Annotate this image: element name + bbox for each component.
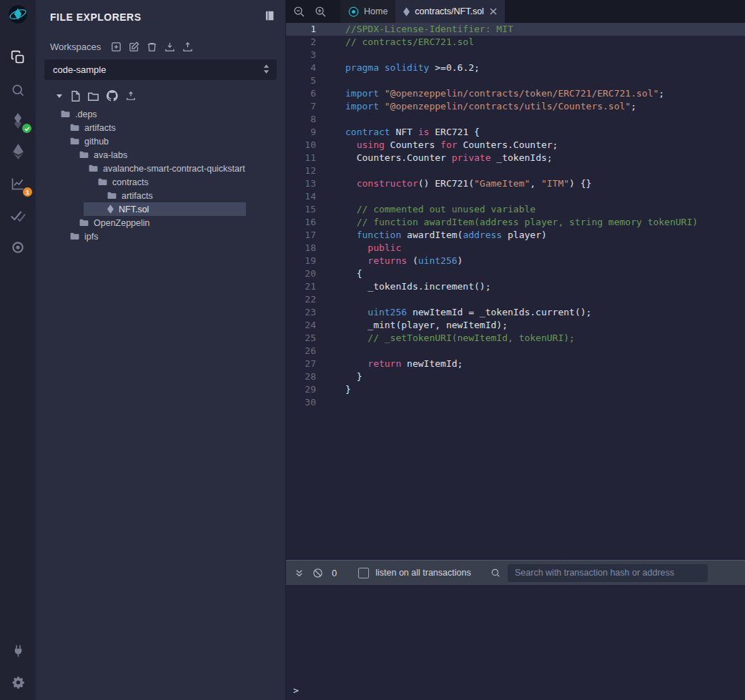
remix-ide: 1 FILE EXPL — [0, 0, 745, 700]
download-workspaces-icon[interactable] — [164, 41, 175, 52]
solidity-file-icon — [107, 204, 114, 214]
code-line: 30 — [286, 396, 745, 409]
folder-icon — [89, 164, 98, 172]
tree-item-label: github — [84, 137, 109, 147]
tree-item-artifacts[interactable]: artifacts — [36, 189, 285, 202]
restore-workspace-icon[interactable] — [182, 41, 193, 52]
tree-item-github[interactable]: github — [36, 134, 285, 148]
tab-label: contracts/NFT.sol — [415, 6, 484, 16]
terminal-search-icon[interactable] — [490, 568, 500, 578]
settings-gear-icon[interactable] — [8, 672, 28, 692]
code-line: 7import "@openzeppelin/contracts/utils/C… — [286, 100, 745, 113]
code-line: 10 using Counters for Counters.Counter; — [286, 139, 745, 152]
code-line: 24 _mint(player, newItemId); — [286, 319, 745, 332]
terminal-prompt[interactable]: > — [293, 685, 299, 696]
line-number: 16 — [286, 216, 326, 229]
tree-item-contracts[interactable]: contracts — [36, 175, 285, 189]
code-line: 25 // _setTokenURI(newItemId, tokenURI); — [286, 332, 745, 345]
upload-file-icon[interactable] — [126, 91, 136, 101]
code-line: 13 constructor() ERC721("GameItem", "ITM… — [286, 177, 745, 190]
new-folder-icon[interactable] — [88, 92, 99, 101]
tab-home-label: Home — [364, 6, 388, 16]
workspaces-label: Workspaces — [50, 41, 101, 52]
code-line: 5 — [286, 74, 745, 87]
zoom-out-icon[interactable] — [293, 6, 305, 18]
folder-icon — [98, 178, 107, 186]
tree-toolbar — [36, 80, 285, 102]
tree-item-.deps[interactable]: .deps — [36, 107, 285, 121]
icon-panel: 1 — [0, 0, 36, 700]
solidity-compiler-icon[interactable] — [8, 111, 28, 131]
line-number: 28 — [286, 370, 326, 383]
code-line: 6import "@openzeppelin/contracts/token/E… — [286, 87, 745, 100]
tree-item-label: avalanche-smart-contract-quickstart — [103, 164, 245, 174]
folder-icon — [79, 219, 89, 227]
line-number: 7 — [286, 100, 326, 113]
line-number: 20 — [286, 267, 326, 280]
rename-workspace-icon[interactable] — [129, 41, 139, 52]
code-line: 17 function awardItem(address player) — [286, 229, 745, 242]
code-line: 11 Counters.Counter private _tokenIds; — [286, 152, 745, 164]
tree-item-label: OpenZeppelin — [94, 218, 150, 228]
clear-console-icon[interactable] — [312, 568, 323, 578]
collapse-caret-icon[interactable] — [56, 92, 63, 99]
tree-item-avalanche-smart-contract-quickstart[interactable]: avalanche-smart-contract-quickstart — [36, 162, 285, 175]
delete-workspace-icon[interactable] — [147, 41, 157, 52]
line-number: 24 — [286, 319, 326, 332]
deploy-run-icon[interactable] — [8, 142, 28, 162]
line-number: 22 — [286, 293, 326, 306]
code-line: 14 — [286, 190, 745, 203]
code-editor[interactable]: 1//SPDX-License-Identifier: MIT2// contr… — [286, 23, 745, 560]
line-number: 9 — [286, 126, 326, 139]
github-icon[interactable] — [107, 90, 118, 102]
workspace-select[interactable]: code-sample — [44, 59, 277, 80]
line-number: 29 — [286, 383, 326, 396]
tree-item-ava-labs[interactable]: ava-labs — [36, 148, 285, 162]
code-line: 15 // commented out unused variable — [286, 203, 745, 216]
close-tab-icon[interactable] — [490, 8, 497, 15]
create-workspace-icon[interactable] — [111, 41, 122, 52]
zoom-in-icon[interactable] — [315, 6, 327, 18]
line-number: 18 — [286, 242, 326, 255]
new-file-icon[interactable] — [71, 91, 80, 102]
code-line: 8 — [286, 113, 745, 126]
zoom-controls — [286, 0, 340, 23]
tree-item-artifacts[interactable]: artifacts — [36, 121, 285, 134]
tab-nft-sol[interactable]: contracts/NFT.sol — [395, 0, 505, 23]
line-number: 8 — [286, 113, 326, 126]
learneth-icon[interactable] — [8, 237, 28, 257]
file-tree: .depsartifactsgithubava-labsavalanche-sm… — [36, 107, 285, 243]
folder-icon — [70, 232, 79, 240]
terminal[interactable]: > — [286, 585, 745, 700]
analysis-count-badge: 1 — [23, 187, 32, 197]
listen-transactions-checkbox[interactable] — [358, 568, 369, 578]
unit-testing-icon[interactable] — [8, 205, 28, 225]
expand-terminal-icon[interactable] — [295, 568, 304, 578]
code-line: 16 // function awardItem(address player,… — [286, 216, 745, 229]
folder-icon — [79, 151, 89, 159]
line-number: 5 — [286, 74, 326, 87]
tree-item-ipfs[interactable]: ipfs — [36, 230, 285, 243]
tab-home[interactable]: Home — [340, 0, 395, 23]
remix-logo[interactable] — [8, 4, 28, 24]
solidity-tab-icon — [403, 7, 410, 16]
tree-item-openzeppelin[interactable]: OpenZeppelin — [36, 216, 285, 230]
file-explorers-panel: FILE EXPLORERS Workspaces — [36, 0, 286, 700]
terminal-search-input[interactable] — [508, 564, 708, 582]
folder-icon — [107, 192, 117, 199]
documentation-icon[interactable] — [265, 10, 275, 24]
plugin-manager-icon[interactable] — [8, 641, 28, 661]
code-line: 19 returns (uint256) — [286, 255, 745, 267]
line-number: 13 — [286, 177, 326, 190]
workspace-select-caret-icon — [263, 64, 270, 76]
static-analysis-icon[interactable]: 1 — [8, 174, 28, 194]
tree-item-label: ipfs — [84, 232, 98, 242]
terminal-toolbar: 0 listen on all transactions — [286, 560, 745, 585]
line-number: 27 — [286, 358, 326, 370]
file-explorer-icon[interactable] — [8, 47, 28, 67]
tree-item-label: artifacts — [84, 123, 116, 133]
code-line: 21 _tokenIds.increment(); — [286, 280, 745, 293]
transaction-count: 0 — [332, 568, 337, 578]
tree-item-nft.sol[interactable]: NFT.sol — [36, 202, 285, 216]
search-icon[interactable] — [8, 80, 28, 100]
